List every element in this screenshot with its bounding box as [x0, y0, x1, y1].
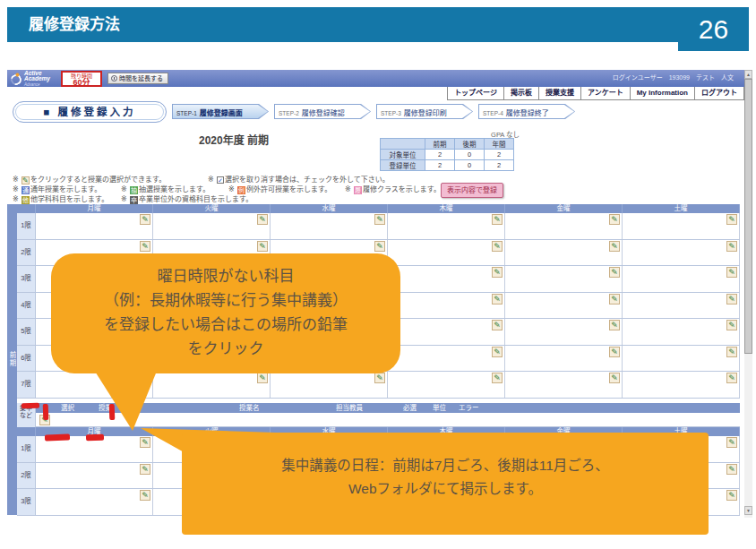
- scrollbar-thumb[interactable]: [744, 79, 752, 354]
- legend-badge-icon: 卒: [130, 196, 138, 204]
- credit-value: 0: [455, 160, 485, 171]
- pencil-icon[interactable]: ✎: [726, 490, 737, 501]
- pencil-icon[interactable]: ✎: [609, 373, 620, 383]
- day-header: 火曜: [153, 204, 271, 213]
- pencil-icon[interactable]: ✎: [140, 437, 150, 448]
- timetable-cell: ✎: [388, 372, 505, 398]
- period-label: 4限: [17, 293, 36, 319]
- step-label: 履修登録確認: [302, 109, 345, 117]
- step-label: 履修登録印刷: [404, 109, 447, 117]
- step-3[interactable]: STEP-3履修登録印刷: [376, 104, 473, 119]
- pencil-icon[interactable]: ✎: [726, 241, 737, 252]
- day-header: 木曜: [388, 204, 505, 213]
- nav-tab-2[interactable]: 授業支援: [538, 87, 580, 99]
- callout1-line: をクリック: [51, 337, 400, 361]
- timetable-cell: ✎: [271, 372, 388, 398]
- pencil-icon[interactable]: ✎: [140, 464, 150, 475]
- pencil-icon[interactable]: ✎: [726, 294, 737, 305]
- section-title-pill: ■ 履修登録入力: [13, 101, 167, 123]
- period-label: 7限: [17, 372, 36, 398]
- step-1[interactable]: STEP-1履修登録画面: [172, 104, 269, 119]
- pencil-icon[interactable]: ✎: [374, 373, 385, 383]
- logo-text: Active Academy Advance: [24, 71, 50, 88]
- pencil-icon[interactable]: ✎: [726, 373, 737, 383]
- pencil-icon[interactable]: ✎: [492, 347, 503, 357]
- pencil-icon[interactable]: ✎: [726, 320, 737, 330]
- credit-col-header: 年間: [485, 139, 514, 150]
- period-label: 1限: [17, 436, 36, 462]
- timetable-cell: ✎: [153, 372, 271, 398]
- register-button[interactable]: 表示内容で登録: [441, 183, 503, 198]
- pencil-icon[interactable]: ✎: [492, 267, 503, 278]
- callout2-line: 集中講義の日程：前期は7月ごろ、後期は11月ごろ、: [182, 454, 709, 477]
- period-label: 3限: [17, 489, 36, 515]
- credit-value: 2: [485, 150, 514, 160]
- timetable-cell: ✎: [388, 319, 505, 345]
- callout-bubble-weekday: 曜日時限がない科目（例：長期休暇等に行う集中講義）を登録したい場合はこの場所の鉛…: [51, 253, 400, 373]
- pencil-icon[interactable]: ✎: [140, 490, 150, 501]
- step-number: STEP-4: [483, 110, 503, 116]
- step-4[interactable]: STEP-4履修登録終了: [478, 104, 575, 119]
- pencil-icon[interactable]: ✎: [374, 241, 385, 252]
- timetable-main-header: 月曜火曜水曜木曜金曜土曜: [17, 204, 740, 213]
- pencil-icon[interactable]: ✎: [140, 373, 150, 383]
- pencil-icon[interactable]: ✎: [140, 214, 150, 225]
- pencil-icon[interactable]: ✎: [609, 214, 620, 225]
- credit-header-row: 前期後期年間: [381, 139, 514, 150]
- pencil-icon[interactable]: ✎: [492, 241, 503, 252]
- slide: 履修登録方法 26 Active Academy Advance 残り時間 60…: [0, 0, 756, 549]
- pencil-icon[interactable]: ✎: [726, 437, 737, 448]
- timetable-cell: ✎: [505, 266, 623, 292]
- nav-tab-1[interactable]: 掲示板: [503, 87, 538, 99]
- timetable-cell: ✎: [623, 293, 740, 319]
- term-title: 2020年度 前期: [199, 132, 269, 147]
- scrollbar[interactable]: ▲ ▼: [744, 70, 752, 518]
- pencil-icon[interactable]: ✎: [609, 241, 620, 252]
- pencil-icon[interactable]: ✎: [726, 464, 737, 475]
- pencil-icon[interactable]: ✎: [609, 267, 620, 278]
- pencil-icon[interactable]: ✎: [609, 347, 620, 357]
- scroll-up-icon[interactable]: ▲: [744, 70, 752, 79]
- credit-row-label: 登録単位: [381, 160, 425, 171]
- timetable-cell: ✎: [505, 346, 623, 372]
- timetable-cell: ✎: [623, 213, 740, 239]
- pencil-icon[interactable]: ✎: [609, 294, 620, 305]
- legend-group: ※ 履履修クラスを示します。: [345, 184, 441, 194]
- pencil-icon[interactable]: ✎: [609, 320, 620, 330]
- red-highlight-mark: [43, 404, 49, 420]
- pencil-icon[interactable]: ✎: [726, 347, 737, 357]
- pencil-icon[interactable]: ✎: [257, 214, 268, 225]
- day-header: 土曜: [623, 204, 740, 213]
- period-label: 2限: [17, 463, 36, 489]
- page-number-block: 26: [678, 7, 749, 51]
- credit-value: 2: [425, 150, 455, 160]
- pencil-icon[interactable]: ✎: [374, 214, 385, 225]
- timetable-cell: ✎: [505, 319, 623, 345]
- pencil-icon[interactable]: ✎: [492, 320, 503, 330]
- pencil-icon[interactable]: ✎: [257, 241, 268, 252]
- pencil-icon[interactable]: ✎: [726, 267, 737, 278]
- nav-tab-3[interactable]: アンケート: [580, 87, 630, 99]
- step-2[interactable]: STEP-2履修登録確認: [274, 104, 371, 119]
- pencil-icon[interactable]: ✎: [726, 214, 737, 225]
- scroll-down-icon[interactable]: ▼: [744, 506, 752, 515]
- nav-tabs: トップページ掲示板授業支援アンケートMy Informationログアウト: [447, 87, 744, 100]
- nav-tab-5[interactable]: ログアウト: [694, 87, 744, 99]
- period-label: 1限: [17, 213, 36, 239]
- clock-icon: [111, 75, 117, 81]
- pencil-icon[interactable]: ✎: [492, 294, 503, 305]
- extend-time-button[interactable]: 時間を延長する: [107, 73, 168, 84]
- remaining-time-value: 60分: [63, 79, 100, 86]
- app-header-bar: Active Academy Advance 残り時間 60分 時間を延長する …: [7, 70, 744, 87]
- pencil-icon[interactable]: ✎: [257, 373, 268, 383]
- nav-tab-4[interactable]: My Information: [630, 87, 694, 99]
- login-user-info: ログインユーザー 193099 テスト 人文: [613, 73, 734, 81]
- nav-tab-0[interactable]: トップページ: [447, 87, 503, 99]
- pencil-icon[interactable]: ✎: [140, 241, 150, 252]
- timetable-cell: ✎: [36, 213, 153, 239]
- active-academy-logo-icon: [9, 72, 23, 86]
- pencil-icon[interactable]: ✎: [492, 214, 503, 225]
- legend-group: ※ 他他学科科目を示します。: [13, 193, 108, 204]
- active-academy-logo: Active Academy Advance: [11, 71, 50, 88]
- pencil-icon[interactable]: ✎: [492, 373, 503, 383]
